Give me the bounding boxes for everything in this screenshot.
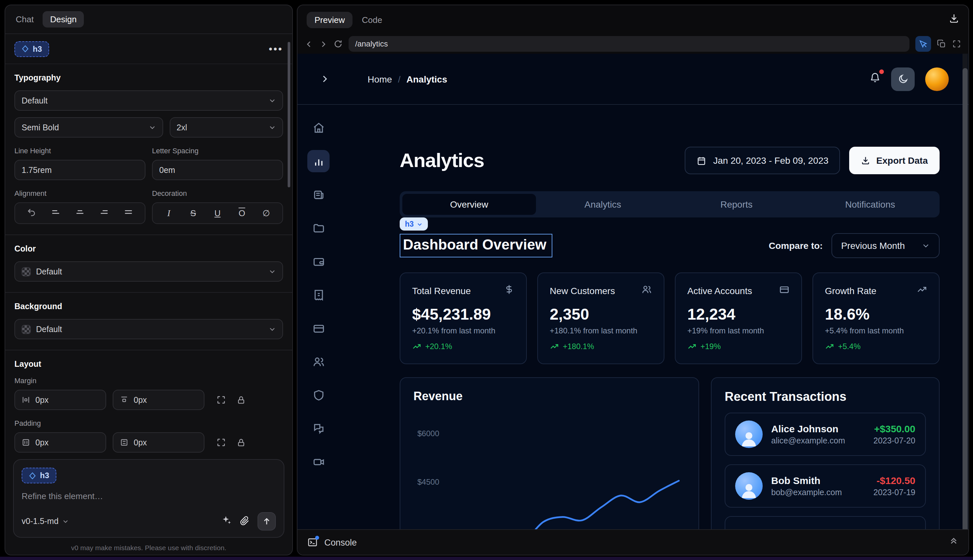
lock-icon[interactable] [237, 438, 246, 447]
color-select[interactable]: Default [14, 261, 283, 282]
line-height-input[interactable]: 1.75rem [14, 160, 145, 180]
breadcrumb-home[interactable]: Home [367, 74, 392, 84]
preview-panel: Preview Code /analytics Home / Analytics [297, 5, 969, 555]
refresh-icon[interactable] [334, 39, 343, 48]
background-select[interactable]: Default [14, 319, 283, 339]
alignment-label: Alignment [14, 189, 145, 197]
video-icon[interactable] [307, 451, 330, 473]
sparkles-icon[interactable] [222, 515, 232, 528]
stat-card-total-revenue[interactable]: Total Revenue $45,231.89 +20.1% from las… [400, 272, 527, 364]
sidebar-expand-icon[interactable] [320, 74, 330, 84]
undo-icon[interactable] [25, 207, 37, 219]
tab-preview[interactable]: Preview [307, 12, 353, 28]
layout-section-title: Layout [14, 360, 283, 369]
user-avatar[interactable] [925, 67, 949, 91]
news-icon[interactable] [307, 183, 330, 206]
select-mode-button[interactable] [915, 36, 931, 52]
home-icon[interactable] [307, 117, 330, 139]
lock-icon[interactable] [237, 395, 246, 405]
theme-toggle-button[interactable] [891, 67, 915, 91]
color-swatch-icon [22, 267, 31, 276]
console-bar[interactable]: Console [297, 529, 968, 555]
overline-icon[interactable]: O [236, 208, 248, 218]
window-bottom-edge [0, 557, 973, 560]
bar-chart-icon[interactable] [307, 150, 330, 172]
app-window: Chat Design h3 ••• Typography Default Se… [0, 0, 973, 560]
folder-icon[interactable] [307, 217, 330, 239]
padding-y-input[interactable]: 0px [113, 432, 204, 453]
chevrons-up-icon[interactable] [949, 536, 959, 548]
selected-element-label: h3 [33, 44, 42, 53]
refine-composer[interactable]: h3 Refine this element… v0-1.5-md [13, 459, 284, 538]
strikethrough-icon[interactable]: S [187, 208, 199, 218]
sidebar-scrollbar[interactable] [288, 42, 290, 187]
notifications-button[interactable] [870, 72, 881, 86]
more-menu-icon[interactable]: ••• [269, 43, 283, 54]
compare-select[interactable]: Previous Month [831, 233, 940, 258]
font-size-select[interactable]: 2xl [169, 117, 283, 138]
composer-input[interactable]: Refine this element… [22, 491, 276, 501]
tab-chat[interactable]: Chat [16, 14, 34, 24]
no-decoration-icon[interactable]: ∅ [260, 208, 272, 218]
date-range-button[interactable]: Jan 20, 2023 - Feb 09, 2023 [684, 147, 840, 174]
transaction-email: alice@example.com [771, 436, 845, 445]
fullscreen-icon[interactable] [952, 39, 961, 48]
tab-code[interactable]: Code [362, 15, 382, 25]
stat-card-growth-rate[interactable]: Growth Rate 18.6% +5.4% from last month … [813, 272, 940, 364]
typography-section-title: Typography [14, 73, 283, 83]
dashboard-topbar: Home / Analytics [297, 54, 968, 105]
preview-scrollbar-thumb[interactable] [963, 68, 968, 533]
padding-x-input[interactable]: 0px [14, 432, 106, 453]
stat-card-new-customers[interactable]: New Customers 2,350 +180.1% from last mo… [537, 272, 664, 364]
inspector-element-chip[interactable]: h3 [400, 217, 428, 230]
align-center-icon[interactable] [74, 207, 86, 219]
align-justify-icon[interactable] [123, 207, 135, 219]
forward-icon[interactable] [319, 40, 328, 48]
trending-up-icon [550, 342, 559, 351]
model-select[interactable]: v0-1.5-md [22, 517, 69, 526]
tab-reports[interactable]: Reports [669, 194, 803, 215]
margin-x-input[interactable]: 0px [14, 390, 106, 410]
url-input[interactable]: /analytics [349, 36, 910, 52]
tab-overview[interactable]: Overview [402, 194, 536, 215]
export-data-button[interactable]: Export Data [849, 147, 940, 174]
download-icon[interactable] [949, 13, 959, 26]
expand-icon[interactable] [216, 438, 226, 447]
credit-card-icon[interactable] [307, 317, 330, 339]
stat-subtext: +5.4% from last month [825, 326, 927, 335]
receipt-icon[interactable] [307, 283, 330, 306]
dashboard-main: Analytics Jan 20, 2023 - Feb 09, 2023 Ex… [339, 105, 968, 535]
messages-icon[interactable] [307, 417, 330, 440]
underline-icon[interactable]: U [212, 208, 224, 218]
background-section-title: Background [14, 302, 283, 311]
users-icon[interactable] [307, 350, 330, 373]
copy-icon[interactable] [937, 39, 946, 48]
font-select[interactable]: Default [14, 90, 283, 111]
margin-y-input[interactable]: 0px [113, 390, 204, 410]
align-right-icon[interactable] [98, 207, 110, 219]
transaction-row[interactable]: Alice Johnson alice@example.com +$350.00… [725, 413, 926, 456]
submit-button[interactable] [257, 512, 276, 530]
composer-element-chip[interactable]: h3 [22, 468, 56, 483]
dollar-icon [504, 284, 514, 297]
align-left-icon[interactable] [50, 207, 62, 219]
section-title-selected[interactable]: Dashboard Overview [400, 234, 552, 257]
tab-design[interactable]: Design [43, 11, 84, 28]
back-icon[interactable] [305, 40, 313, 48]
transaction-email: bob@example.com [771, 488, 842, 497]
padding-horizontal-icon [22, 438, 30, 447]
tab-analytics[interactable]: Analytics [536, 194, 669, 215]
paperclip-icon[interactable] [240, 515, 250, 528]
italic-icon[interactable]: I [163, 208, 175, 218]
transaction-row[interactable]: Bob Smith bob@example.com -$120.50 2023-… [725, 464, 926, 508]
font-weight-select[interactable]: Semi Bold [14, 117, 163, 138]
chevron-down-icon [269, 268, 276, 275]
letter-spacing-input[interactable]: 0em [152, 160, 283, 180]
shield-icon[interactable] [307, 384, 330, 406]
wallet-icon[interactable] [307, 250, 330, 272]
selected-element-chip[interactable]: h3 [14, 41, 49, 57]
tab-notifications[interactable]: Notifications [803, 194, 937, 215]
expand-icon[interactable] [216, 395, 226, 405]
app-sidebar-rail [297, 105, 339, 535]
stat-card-active-accounts[interactable]: Active Accounts 12,234 +19% from last mo… [675, 272, 802, 364]
